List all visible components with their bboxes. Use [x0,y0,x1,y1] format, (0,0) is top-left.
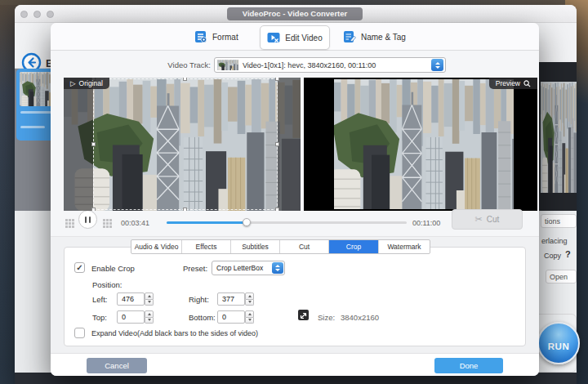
preset-value: Crop LetterBox [212,264,272,272]
edit-video-icon [267,31,280,44]
crop-shade-left [64,78,93,211]
background-preview-area [539,62,577,211]
size-label: Size: [318,313,335,322]
chevron-down-icon [435,66,440,69]
original-badge: ▷ Original [64,78,109,89]
chevron-up-icon [275,265,280,267]
copy-label[interactable]: Copy [544,252,561,260]
right-stepper[interactable] [245,292,254,306]
window-title: VideoProc - Video Converter [227,7,363,20]
edit-tab-strip: Audio & Video Effects Subtitles Cut Crop… [131,239,430,254]
zoom-window-button[interactable] [47,11,54,18]
name-tag-icon [343,30,356,43]
enable-crop-label: Enable Crop [91,264,135,273]
options-button-partial[interactable]: tions [541,214,577,228]
edit-tab-subtitles[interactable]: Subtitles [231,240,280,253]
video-track-thumbnail [217,60,238,70]
cancel-button[interactable]: Cancel [87,358,147,373]
edit-tab-crop[interactable]: Crop [329,240,379,253]
minimize-window-button[interactable] [33,11,41,18]
crop-handle[interactable] [183,78,187,81]
left-stepper[interactable] [145,292,154,306]
tab-format[interactable]: Format [194,30,238,43]
crop-panel: ✓ Enable Crop Preset: Crop LetterBox Pos… [64,247,526,346]
edit-tab-watermark[interactable]: Watermark [379,240,430,253]
top-stepper[interactable] [145,310,154,324]
stepper-down-icon [148,319,151,321]
format-icon [194,30,207,43]
crop-handle[interactable] [91,142,96,146]
preset-dropdown-stepper[interactable] [272,262,283,274]
crop-handle[interactable] [275,142,279,146]
seek-progress [167,221,247,224]
stepper-up-icon [148,313,151,315]
pause-button[interactable] [78,210,97,229]
top-input[interactable] [117,310,145,324]
titlebar: VideoProc - Video Converter [15,5,577,23]
right-input[interactable] [217,292,245,306]
check-icon: ✓ [76,263,82,272]
frame-step-forward-icon[interactable] [103,219,112,228]
desktop: VideoProc - Video Converter B [0,0,588,384]
left-input[interactable] [117,292,145,306]
video-track-select[interactable]: Video-1[0x1]: hevc, 3840x2160, 00:11:00 [214,57,446,73]
enable-crop-checkbox[interactable]: ✓ [74,262,85,273]
crop-handle[interactable] [275,78,279,81]
crop-handle[interactable] [91,208,96,211]
crop-selection-box[interactable] [93,78,278,210]
stepper-down-icon [248,301,252,303]
expand-video-checkbox[interactable] [74,328,85,338]
bottom-stepper[interactable] [245,310,254,324]
aspect-expand-icon [298,310,309,320]
scissors-icon: ✂ [475,214,483,225]
top-label: Top: [92,313,107,322]
stepper-up-icon [148,295,151,297]
help-icon[interactable]: ? [565,249,571,259]
preset-label: Preset: [183,264,207,273]
original-preview-pane: ▷ Original [64,78,301,211]
frame-step-back-icon[interactable] [65,219,74,228]
seek-slider[interactable] [167,221,407,224]
stepper-down-icon [248,319,252,321]
video-track-label: Video Track: [129,60,211,69]
stepper-up-icon [248,313,252,315]
size-value: 3840x2160 [341,313,379,322]
result-preview-pane: Preview [304,78,537,211]
position-label: Position: [92,280,122,289]
magnifier-icon [523,80,531,87]
left-label: Left: [92,295,108,304]
tab-name-and-tag[interactable]: Name & Tag [343,30,406,43]
background-preview-thumbnail [541,82,577,193]
deinterlacing-label-partial: erlacing [541,237,568,245]
current-time: 00:03:41 [121,219,149,227]
stepper-up-icon [248,295,252,297]
right-label: Right: [189,295,209,304]
edit-tab-effects[interactable]: Effects [182,240,231,253]
edit-tab-audio-video[interactable]: Audio & Video [131,240,182,253]
edit-video-dialog: Format Edit Video Name & Tag Vi [51,23,539,376]
crop-handle[interactable] [183,208,187,211]
bottom-label: Bottom: [189,313,216,322]
edit-tab-cut[interactable]: Cut [280,240,329,253]
cropped-video-image [334,79,514,208]
run-button[interactable]: RUN [537,322,580,364]
close-window-button[interactable] [20,11,28,18]
crop-handle[interactable] [275,208,279,211]
open-button[interactable]: Open [546,270,577,284]
pause-icon [85,217,87,223]
chevron-down-icon [275,269,280,271]
cut-button[interactable]: ✂ Cut [452,209,523,230]
cropped-video-frame [334,79,514,208]
tab-edit-video[interactable]: Edit Video [260,25,330,50]
video-card-text-line [20,111,53,114]
preview-badge[interactable]: Preview [489,78,537,89]
bottom-input[interactable] [217,310,245,324]
stepper-down-icon [148,301,151,303]
video-track-dropdown-stepper[interactable] [431,59,443,71]
video-card-text-line [20,126,45,128]
done-button[interactable]: Done [434,358,503,373]
preset-select[interactable]: Crop LetterBox [212,261,285,275]
crop-shade-right [278,78,301,211]
expand-video-label: Expand Video(Add black bars to the sides… [91,329,258,337]
video-track-value: Video-1[0x1]: hevc, 3840x2160, 00:11:00 [243,61,431,69]
